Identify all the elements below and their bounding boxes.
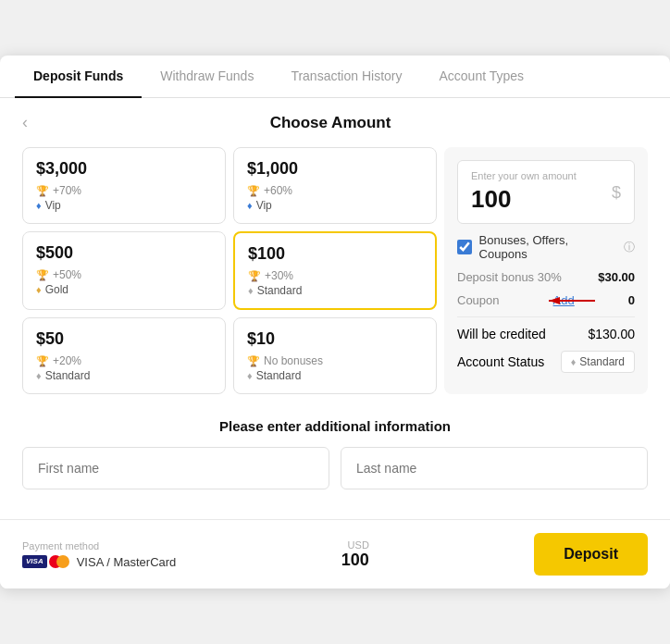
account-type-row: ♦ Standard — [248, 284, 422, 297]
account-status-row: Account Status ♦ Standard — [457, 351, 635, 373]
bonuses-checkbox[interactable] — [457, 240, 472, 254]
header-row: ‹ Choose Amount — [22, 113, 648, 132]
bonus-icon: 🏆 — [248, 270, 261, 282]
payment-name: VISA / MasterCard — [77, 555, 177, 569]
amount-card-500[interactable]: $500 🏆 +50% ♦ Gold — [22, 231, 226, 310]
account-type: Vip — [256, 199, 272, 212]
amount-value: $50 — [36, 329, 212, 349]
credit-label: Will be credited — [457, 327, 546, 341]
custom-amount-value: 100 — [471, 185, 621, 214]
bonus-row: 🏆 +20% — [36, 354, 212, 367]
credit-value: $130.00 — [588, 327, 635, 341]
bonus-row: 🏆 +60% — [247, 184, 423, 197]
bonus-percent: +50% — [53, 268, 81, 281]
status-value: Standard — [579, 355, 625, 368]
amount-value: $500 — [36, 243, 212, 263]
deposit-bonus-label: Deposit bonus 30% — [457, 270, 562, 284]
amount-display: USD 100 — [341, 539, 369, 570]
account-type-row: ♦ Vip — [247, 199, 423, 212]
account-type-row: ♦ Standard — [36, 369, 212, 382]
bonus-icon: 🏆 — [36, 355, 49, 367]
additional-section: Please enter additional information — [0, 409, 670, 519]
custom-amount-label: Enter your own amount — [471, 170, 621, 181]
amount-card-50[interactable]: $50 🏆 +20% ♦ Standard — [22, 317, 226, 394]
amount-card-10[interactable]: $10 🏆 No bonuses ♦ Standard — [233, 317, 437, 394]
additional-title: Please enter additional information — [22, 418, 648, 434]
deposit-bonus-row: Deposit bonus 30% $30.00 — [457, 270, 635, 284]
bonus-row: 🏆 +50% — [36, 268, 212, 281]
bonus-row: 🏆 +30% — [248, 269, 422, 282]
bonus-icon: 🏆 — [247, 355, 260, 367]
first-name-input[interactable] — [22, 447, 329, 489]
account-type: Standard — [256, 369, 302, 382]
right-panel: Enter your own amount 100 $ Bonuses, Off… — [444, 147, 648, 394]
coupon-row: Coupon Add 0 — [457, 293, 635, 307]
diamond-icon: ♦ — [248, 285, 254, 296]
page-title: Choose Amount — [43, 114, 618, 132]
amount-value: $100 — [248, 244, 422, 264]
bonus-icon: 🏆 — [36, 185, 49, 197]
bonus-percent: +60% — [264, 184, 292, 197]
mastercard-icon — [49, 555, 69, 568]
back-button[interactable]: ‹ — [22, 113, 28, 132]
footer: Payment method VISA VISA / MasterCard US… — [0, 519, 670, 588]
tab-withdraw-funds[interactable]: Withdraw Funds — [142, 56, 272, 98]
bonus-percent: No bonuses — [264, 354, 323, 367]
amount-currency: USD — [341, 539, 369, 551]
amount-card-100[interactable]: $100 🏆 +30% ♦ Standard — [233, 231, 437, 310]
account-type: Standard — [257, 284, 303, 297]
bonus-row: 🏆 +70% — [36, 184, 212, 197]
arrow-annotation — [544, 291, 600, 310]
account-type-row: ♦ Vip — [36, 199, 212, 212]
tab-account-types[interactable]: Account Types — [420, 56, 542, 98]
bonus-icon: 🏆 — [36, 269, 49, 281]
diamond-icon: ♦ — [247, 200, 253, 211]
deposit-bonus-value: $30.00 — [598, 270, 635, 284]
diamond-icon: ♦ — [36, 284, 42, 295]
diamond-icon: ♦ — [571, 356, 577, 367]
status-badge: ♦ Standard — [561, 351, 635, 373]
bonus-percent: +20% — [53, 354, 81, 367]
main-grid: $3,000 🏆 +70% ♦ Vip $1,000 🏆 +60% — [22, 147, 648, 394]
last-name-input[interactable] — [341, 447, 648, 489]
payment-info: VISA VISA / MasterCard — [22, 555, 176, 569]
tab-transaction-history[interactable]: Transaction History — [272, 56, 420, 98]
bonuses-checkbox-row: Bonuses, Offers, Coupons ⓘ — [457, 233, 635, 261]
diamond-icon: ♦ — [36, 200, 42, 211]
visa-icon: VISA — [22, 555, 47, 568]
diamond-icon: ♦ — [247, 370, 253, 381]
account-status-label: Account Status — [457, 354, 544, 369]
coupon-label: Coupon — [457, 293, 500, 307]
payment-label: Payment method — [22, 540, 176, 551]
custom-amount-box: Enter your own amount 100 $ — [457, 160, 635, 224]
amount-card-3000[interactable]: $3,000 🏆 +70% ♦ Vip — [22, 147, 226, 224]
coupon-value: 0 — [628, 293, 635, 307]
tab-bar: Deposit Funds Withdraw Funds Transaction… — [0, 56, 670, 98]
bonuses-label: Bonuses, Offers, Coupons — [479, 233, 616, 261]
account-type-row: ♦ Gold — [36, 283, 212, 296]
bonus-percent: +30% — [265, 269, 293, 282]
amount-cards: $3,000 🏆 +70% ♦ Vip $1,000 🏆 +60% — [22, 147, 437, 394]
info-icon: ⓘ — [624, 240, 635, 255]
amount-value: $10 — [247, 329, 423, 349]
main-window: Deposit Funds Withdraw Funds Transaction… — [0, 56, 670, 588]
divider — [457, 316, 635, 317]
content-area: ‹ Choose Amount $3,000 🏆 +70% ♦ Vip — [0, 98, 670, 394]
name-row — [22, 447, 648, 489]
bonus-percent: +70% — [53, 184, 81, 197]
account-type-row: ♦ Standard — [247, 369, 423, 382]
currency-symbol: $ — [612, 182, 621, 202]
credit-row: Will be credited $130.00 — [457, 327, 635, 341]
payment-method: Payment method VISA VISA / MasterCard — [22, 540, 176, 569]
amount-value: $1,000 — [247, 159, 423, 179]
amount-number: 100 — [341, 551, 369, 570]
tab-deposit-funds[interactable]: Deposit Funds — [15, 56, 142, 98]
amount-card-1000[interactable]: $1,000 🏆 +60% ♦ Vip — [233, 147, 437, 224]
bonus-icon: 🏆 — [247, 185, 260, 197]
card-icons: VISA — [22, 555, 69, 568]
deposit-button[interactable]: Deposit — [534, 533, 648, 576]
diamond-icon: ♦ — [36, 370, 42, 381]
account-type: Standard — [45, 369, 91, 382]
account-type: Vip — [45, 199, 61, 212]
bonus-row: 🏆 No bonuses — [247, 354, 423, 367]
